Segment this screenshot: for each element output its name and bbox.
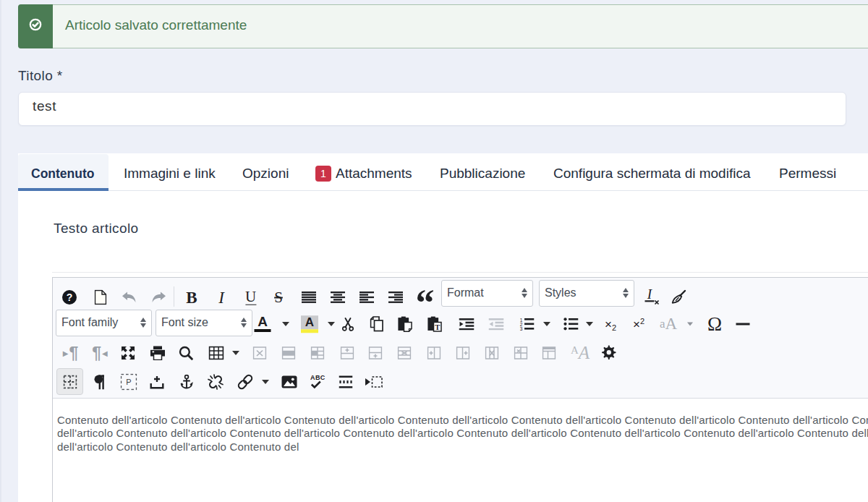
svg-text:T: T — [435, 323, 440, 331]
svg-text:I: I — [647, 289, 653, 302]
svg-text:?: ? — [67, 292, 73, 303]
svg-text:P: P — [126, 377, 131, 386]
svg-text:3: 3 — [520, 326, 523, 331]
